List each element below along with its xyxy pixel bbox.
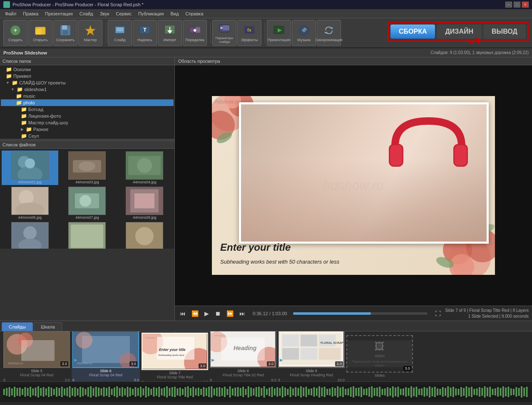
svg-rect-184 — [200, 389, 202, 395]
slide-thumb-empty[interactable]: 🖼 Slides Перетащите сюда фотографию или … — [346, 335, 413, 378]
menu-presentation[interactable]: Презентация — [42, 10, 76, 17]
fast-forward-button[interactable]: ⏩ — [225, 309, 235, 318]
slide-image-5: hdshow.ru 3.0 — [3, 331, 70, 368]
svg-rect-205 — [256, 387, 257, 397]
menu-sound[interactable]: Звук — [97, 10, 113, 17]
svg-rect-260 — [400, 389, 402, 395]
svg-rect-306 — [521, 386, 522, 398]
import-label: Импорт — [163, 38, 176, 42]
design-button[interactable]: ДИЗАЙН — [437, 25, 482, 39]
svg-rect-255 — [387, 387, 388, 397]
effects-button[interactable]: fx Эффекты — [237, 20, 261, 46]
folder-license[interactable]: 📁 Лицензия-фото — [1, 113, 174, 119]
tabs-bar: Слайды Шкала — [0, 321, 532, 331]
sync-button[interactable]: Синхронизация — [317, 20, 341, 46]
slide-thumb-6[interactable]: hdshow.ru 3.0 ▶ Slide 6 Floral Scrap 04 … — [72, 331, 140, 381]
svg-text:hdshow.ru: hdshow.ru — [146, 336, 157, 339]
skip-to-end-button[interactable]: ⏭ — [238, 309, 247, 318]
transition-button[interactable]: Переделка — [183, 20, 207, 46]
toolbar-separator3 — [265, 22, 265, 43]
slide-9-info: 9 10.0 — [278, 378, 345, 381]
open-button[interactable]: Открыть — [28, 20, 52, 46]
import-button[interactable]: Импорт — [158, 20, 182, 46]
proshow-watermark: hdshow.ru — [215, 99, 240, 105]
file-thumb-6[interactable]: 44mons09.jpg — [116, 186, 173, 220]
app-icon — [3, 1, 10, 8]
file-thumb-2[interactable]: 44mons03.jpg — [59, 151, 116, 185]
svg-rect-147 — [103, 387, 105, 397]
svg-rect-130 — [59, 388, 60, 396]
menu-publish[interactable]: Публикация — [135, 10, 167, 17]
menu-file[interactable]: Файл — [2, 10, 20, 17]
slide-thumb-5[interactable]: hdshow.ru 3.0 Slide 5 Floral Scrap 04 Re… — [3, 331, 70, 381]
caption-button[interactable]: T Надпись — [133, 20, 157, 46]
svg-rect-188 — [211, 386, 212, 398]
music-button[interactable]: Музыка — [292, 20, 316, 46]
presentation-button[interactable]: Презентация — [267, 20, 291, 46]
menu-help[interactable]: Справка — [182, 10, 206, 17]
svg-rect-109 — [3, 389, 5, 395]
slide-thumb-9[interactable]: FLORAL SCRAP RED 3.0 ▶ Slide 9 Floral Sc… — [278, 331, 345, 381]
svg-rect-224 — [306, 387, 307, 397]
create-button[interactable]: + Создать — [3, 20, 27, 46]
slide-thumb-7[interactable]: Enter your title Subheading works best h… — [142, 331, 208, 381]
slide-7-name: Floral Scrap Title Red — [157, 375, 193, 379]
folder-tree[interactable]: 📁 Осколки 📁 Приквел ▼ 📁 СЛАЙД-ШОУ проект… — [0, 65, 174, 139]
progress-bar[interactable] — [293, 312, 428, 315]
toolbar-slide-group: Слайд T Надпись Импорт — [108, 20, 207, 46]
tab-scale[interactable]: Шкала — [34, 322, 62, 331]
title-bar-controls[interactable]: ─ □ ✕ — [505, 2, 529, 7]
output-button[interactable]: ВЫВОД — [483, 25, 526, 39]
folder-slideshow1[interactable]: ▼ 📁 slideshow1 — [1, 86, 174, 93]
folder-prikvel[interactable]: 📁 Приквел — [1, 73, 174, 79]
file-scrollbar-area[interactable] — [0, 249, 174, 321]
menu-edit[interactable]: Правка — [20, 10, 42, 17]
svg-rect-155 — [124, 388, 126, 395]
tab-slides[interactable]: Слайды — [2, 322, 33, 331]
file-thumb-9[interactable]: 44mons12.jpg — [116, 221, 173, 249]
folder-botsad[interactable]: 📁 Ботсад — [1, 106, 174, 113]
file-thumb-8[interactable]: 44mons11.jpg — [59, 221, 116, 249]
skip-to-start-button[interactable]: ⏮ — [178, 309, 187, 318]
minimize-button[interactable]: ─ — [505, 2, 512, 7]
file-thumb-7[interactable]: 44mons10.jpg — [2, 221, 58, 249]
folder-master[interactable]: 📁 Мастер слайд-шоу — [1, 119, 174, 126]
sborka-button[interactable]: СБОРКА — [390, 25, 435, 39]
folder-seoul[interactable]: 📁 Сеул — [1, 133, 174, 139]
play-button[interactable]: ▶ — [203, 309, 211, 318]
maximize-button[interactable]: □ — [514, 2, 520, 7]
empty-slide-content: 🖼 Slides Перетащите сюда фотографию или … — [347, 341, 412, 367]
menu-view[interactable]: Вид — [167, 10, 182, 17]
slide-9-time: 10.0 — [337, 378, 345, 381]
folder-music[interactable]: 📁 music — [1, 93, 174, 99]
file-thumb-5[interactable]: 44mons07.jpg — [59, 186, 116, 220]
slide-params-button[interactable]: Параметры слайда — [212, 20, 236, 46]
save-button[interactable]: Сохранить — [53, 20, 77, 46]
file-thumb-4[interactable]: 44mons06.jpg — [2, 186, 58, 220]
open-icon — [34, 24, 47, 37]
slide-button[interactable]: Слайд — [108, 20, 132, 46]
folder-slideshow-projects[interactable]: ▼ 📁 СЛАЙД-ШОУ проекты — [1, 79, 174, 86]
file-thumb-1[interactable]: 44mons01.jpg — [2, 151, 58, 185]
close-button[interactable]: ✕ — [522, 2, 529, 7]
folder-oskolki[interactable]: 📁 Осколки — [1, 66, 174, 73]
slide-thumb-8[interactable]: Heading hdshow.ru 3.0 ▶ Slide 8 Floral S… — [210, 331, 276, 381]
fullscreen-button[interactable]: ⛶ — [433, 309, 443, 318]
svg-rect-167 — [156, 388, 157, 396]
title-bar-left: ProShow Producer - ProShow Producer - Fl… — [3, 1, 144, 8]
slide-9-number: 9 — [278, 378, 280, 381]
folder-photo[interactable]: 📁 photo — [1, 99, 174, 106]
stop-button[interactable]: ⏹ — [213, 309, 222, 318]
svg-rect-191 — [219, 387, 220, 397]
svg-rect-286 — [468, 388, 470, 396]
svg-text:FLORAL SCRAP RED: FLORAL SCRAP RED — [321, 341, 343, 344]
photo-bg — [241, 104, 487, 242]
file-thumb-3[interactable]: 44mons04.jpg — [116, 151, 173, 185]
menu-slide[interactable]: Слайд — [76, 10, 97, 17]
rewind-button[interactable]: ⏪ — [190, 309, 200, 318]
file-label-1: 44mons01.jpg — [18, 180, 42, 184]
menu-service[interactable]: Сервис — [112, 10, 135, 17]
folder-raznoe[interactable]: ▶ 📁 Разное — [1, 126, 174, 133]
slide-6-play-icon: ▶ — [74, 358, 77, 362]
master-button[interactable]: Мастер — [78, 20, 102, 46]
